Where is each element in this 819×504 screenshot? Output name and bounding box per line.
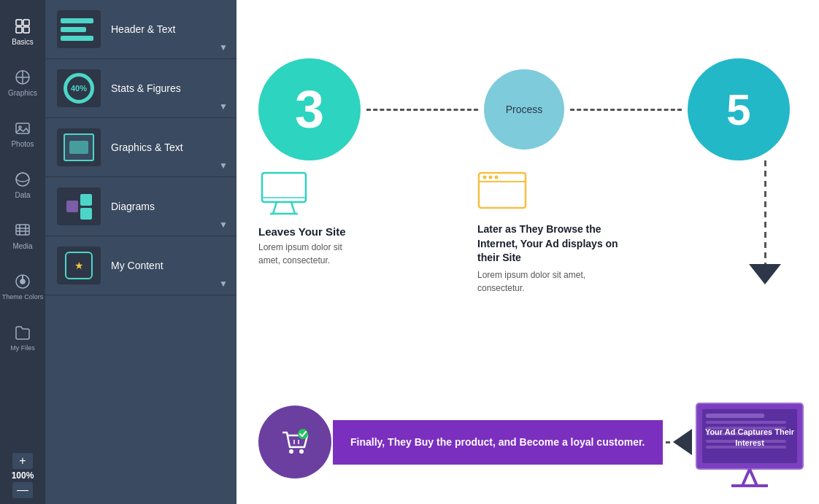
thumb-bar-2 [61,27,86,32]
panel-item-stats[interactable]: 40% Stats & Figures ▼ [45,59,237,118]
svg-point-22 [299,449,304,454]
panel-thumb-mycontent: ★ [57,247,101,284]
sidebar-item-data[interactable]: Data [0,159,45,210]
svg-rect-2 [16,27,22,33]
step-circle-process: Process [484,69,564,150]
sidebar-item-themecolors[interactable]: Theme Colors [0,261,45,312]
card-browse-internet: Later as They Browse the Internet, Your … [477,171,638,295]
svg-rect-1 [23,20,29,26]
card1-body: Lorem ipsum dolor sit amet, consectetur. [258,241,353,267]
zoom-controls-container: + 100% — [12,453,34,504]
panel-thumb-graphic [57,128,101,166]
arrow-down-icon [749,264,781,284]
card-leaves-your-site: Leaves Your Site Lorem ipsum dolor sit a… [258,171,353,267]
panel-label-diagrams: Diagrams [111,201,155,212]
ad-monitor-container: Your Ad Captures Their Interest [695,402,804,482]
zoom-level: 100% [12,470,34,481]
cta-row: Finally, They Buy the product, and Becom… [258,402,804,482]
svg-line-13 [291,202,295,214]
ad-text-overlay: Your Ad Captures Their Interest [701,408,799,468]
icon-sidebar: Basics Graphics Photos Data Media [0,0,45,504]
cta-circle [258,406,331,478]
dashed-line-1 [366,109,478,111]
svg-rect-5 [16,123,29,133]
dashed-line-2 [570,109,682,111]
chevron-icon-stats: ▼ [219,101,228,112]
top-circles-row: 3 Process 5 [258,58,790,160]
thumb-bar-3 [61,36,93,41]
panel-thumb-header [57,10,101,48]
panel-item-graphics-text[interactable]: Graphics & Text ▼ [45,118,237,177]
stats-percent: 40% [64,73,94,104]
sidebar-item-myfiles[interactable]: My Files [0,312,45,363]
svg-point-6 [19,126,21,128]
cta-badge: Finally, They Buy the product, and Becom… [333,420,663,465]
infographic-container: 3 Process 5 [258,58,804,489]
panel-label-header-text: Header & Text [111,23,175,35]
arrow-left-icon [673,429,692,455]
chevron-icon-mycontent: ▼ [219,279,228,289]
thumb-bar-1 [61,18,93,23]
chevron-icon-header: ▼ [219,42,228,53]
chevron-icon-diagrams: ▼ [219,220,228,230]
svg-line-32 [742,469,750,486]
card2-text: Later as They Browse the Internet, Your … [477,222,638,295]
ad-captures-text: Your Ad Captures Their Interest [701,427,799,449]
sidebar-item-basics[interactable]: Basics [0,6,45,57]
diag-sq-1 [66,201,78,212]
browser-icon-gold [477,171,527,214]
zoom-out-button[interactable]: — [12,482,33,498]
svg-line-12 [273,202,277,214]
panel-label-graphics-text: Graphics & Text [111,141,183,153]
diagrams-thumb-inner [66,194,92,220]
svg-rect-3 [23,27,29,33]
card2-body: Lorem ipsum dolor sit amet, consectetur. [477,268,609,295]
ad-captures-monitor: Your Ad Captures Their Interest [695,402,804,482]
monitor-icon-teal [258,171,309,217]
dashed-line-vertical [764,160,766,266]
panel-item-diagrams[interactable]: Diagrams ▼ [45,177,237,236]
svg-rect-0 [16,20,22,26]
card2-title: Later as They Browse the Internet, Your … [477,222,638,265]
chevron-icon-graphics: ▼ [219,160,228,171]
panel-item-mycontent[interactable]: ★ My Content ▼ [45,236,237,295]
svg-line-33 [750,469,757,486]
step-circle-3: 3 [258,58,361,160]
svg-point-19 [489,176,493,179]
svg-point-10 [20,279,25,284]
cart-icon [277,424,313,460]
diag-sq-3 [80,208,92,220]
step-circle-5: 5 [688,58,790,160]
panel-thumb-stats: 40% [57,69,101,107]
graphic-thumb-inner [69,141,88,154]
svg-rect-8 [16,225,29,235]
panel-item-header-text[interactable]: Header & Text ▼ [45,0,237,59]
main-canvas[interactable]: 3 Process 5 [237,0,819,504]
panel-label-mycontent: My Content [111,260,164,271]
panel-sidebar: Header & Text ▼ 40% Stats & Figures ▼ Gr… [45,0,237,504]
mycontent-thumb-box: ★ [65,252,93,279]
card1-title: Leaves Your Site [258,225,353,238]
zoom-in-button[interactable]: + [12,453,33,469]
panel-label-stats: Stats & Figures [111,82,181,94]
sidebar-item-media[interactable]: Media [0,210,45,261]
graphic-thumb-box [64,133,94,161]
sidebar-item-photos[interactable]: Photos [0,108,45,159]
sidebar-item-graphics[interactable]: Graphics [0,57,45,108]
diag-sq-2 [80,194,92,206]
svg-point-18 [483,176,487,179]
svg-point-21 [289,449,293,454]
panel-thumb-diagrams [57,187,101,225]
svg-point-20 [495,176,499,179]
card1-text: Leaves Your Site Lorem ipsum dolor sit a… [258,225,353,267]
dashed-line-cta [666,441,670,443]
star-icon: ★ [74,260,84,271]
